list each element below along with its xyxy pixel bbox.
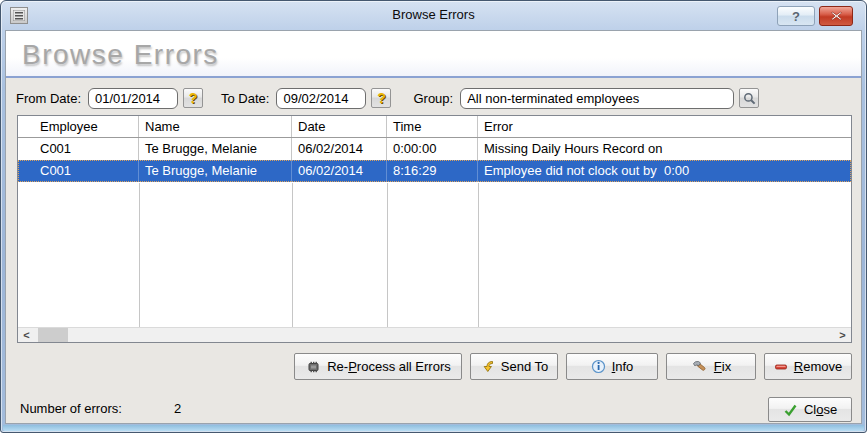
cell-error: Employee did not clock out by 0:00 [478,160,851,182]
to-date-input[interactable] [276,88,366,109]
to-date-lookup-button[interactable]: ? [371,88,391,108]
send-to-button[interactable]: Send To [470,353,558,380]
remove-minus-icon [774,360,788,374]
filter-row: From Date: ? To Date: ? Group: [6,83,861,113]
column-header-employee: Employee [18,116,139,137]
check-icon [783,403,798,417]
group-input[interactable] [460,88,734,109]
cell-employee: C001 [18,160,139,182]
help-icon: ? [792,9,800,24]
close-window-button[interactable] [819,6,853,26]
from-date-input[interactable] [88,88,178,109]
table-row[interactable]: C001 Te Brugge, Melanie 06/02/2014 0:00:… [18,138,851,160]
grid-column-lines [18,183,851,327]
to-date-label: To Date: [221,91,269,106]
cell-name: Te Brugge, Melanie [139,138,292,160]
errors-table: Employee Name Date Time Error C001 Te Br… [17,115,852,343]
number-of-errors-label: Number of errors: [20,401,122,416]
fix-button[interactable]: Fix [666,353,756,380]
info-button[interactable]: Info [566,353,658,380]
cell-employee: C001 [18,138,139,160]
scrollbar-thumb[interactable] [38,328,68,342]
close-icon [831,11,842,21]
heading-band: Browse Errors [6,31,861,78]
table-header: Employee Name Date Time Error [18,116,851,138]
cell-date: 06/02/2014 [292,138,387,160]
search-icon [743,92,756,105]
from-date-lookup-button[interactable]: ? [183,88,203,108]
group-label: Group: [413,91,453,106]
horizontal-scrollbar[interactable]: < > [18,327,851,342]
titlebar: Browse Errors ? [1,1,866,30]
calendar-help-icon: ? [377,90,386,106]
cell-time: 8:16:29 [387,160,478,182]
column-header-error: Error [478,116,851,137]
dialog-body: Browse Errors From Date: ? To Date: ? Gr… [5,30,862,424]
remove-button[interactable]: Remove [764,353,852,380]
reprocess-all-errors-button[interactable]: Re-Process all Errors [294,353,462,380]
cell-error: Missing Daily Hours Record on [478,138,851,160]
column-header-date: Date [292,116,387,137]
scroll-left-arrow-icon[interactable]: < [18,328,35,342]
close-button[interactable]: Close [768,397,852,422]
chip-icon [305,359,321,374]
column-header-time: Time [387,116,478,137]
hammer-icon [691,359,708,374]
table-row-selected[interactable]: C001 Te Brugge, Melanie 06/02/2014 8:16:… [18,160,851,182]
column-header-name: Name [139,116,292,137]
info-icon [591,359,606,374]
scroll-right-arrow-icon[interactable]: > [834,328,851,342]
browse-errors-window: Browse Errors ? Browse Errors From Date:… [0,0,867,433]
group-search-button[interactable] [739,88,759,108]
calendar-help-icon: ? [189,90,198,106]
window-title: Browse Errors [1,7,866,22]
cell-time: 0:00:00 [387,138,478,160]
cell-date: 06/02/2014 [292,160,387,182]
page-title: Browse Errors [6,31,861,71]
cell-name: Te Brugge, Melanie [139,160,292,182]
help-button[interactable]: ? [777,6,815,26]
number-of-errors-value: 2 [174,401,181,416]
action-buttons: Re-Process all Errors Send To Info [294,353,852,380]
from-date-label: From Date: [16,91,81,106]
send-arrow-icon [480,359,495,374]
